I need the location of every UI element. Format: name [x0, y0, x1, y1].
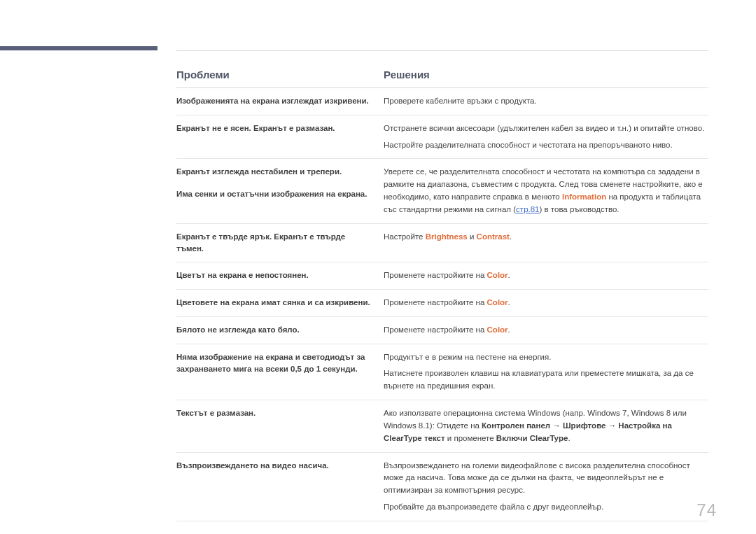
table-body: Изображенията на екрана изглеждат изкрив…: [176, 88, 708, 521]
solution-text-span: и: [468, 232, 477, 241]
table-row: Екранът изглежда нестабилен и трепери.Им…: [176, 159, 708, 223]
solution-text-span: Настройте: [384, 232, 426, 241]
solution-paragraph: Натиснете произволен клавиш на клавиатур…: [384, 367, 708, 393]
solution-paragraph: Настройте разделителната способност и че…: [384, 139, 708, 152]
page-reference-link[interactable]: стр.81: [516, 205, 539, 213]
solution-paragraph: Възпроизвеждането на големи видеофайлове…: [384, 460, 708, 497]
problem-cell: Цветът на екрана е непостоянен.: [176, 269, 384, 281]
solution-paragraph: Отстранете всички аксесоари (удължителен…: [384, 122, 708, 135]
problem-cell: Екранът не е ясен. Екранът е размазан.: [176, 122, 384, 134]
table-row: Цветът на екрана е непостоянен.Променете…: [176, 262, 708, 290]
problem-text: Има сенки и остатъчни изображения на екр…: [176, 188, 374, 200]
solution-text-span: .: [568, 434, 570, 442]
problem-cell: Изображенията на екрана изглеждат изкрив…: [176, 95, 384, 107]
problem-cell: Цветовете на екрана имат сянка и са изкр…: [176, 297, 384, 309]
problem-cell: Бялото не изглежда като бяло.: [176, 324, 384, 336]
header-problems: Проблеми: [176, 69, 384, 80]
solution-text-span: →: [550, 421, 563, 430]
solution-cell: Променете настройките на Color.: [384, 297, 708, 309]
table-row: Няма изображение на екрана и светодиодът…: [176, 344, 708, 400]
solution-cell: Уверете се, че разделителната способност…: [384, 166, 708, 216]
table-row: Екранът е твърде ярък. Екранът е твърде …: [176, 224, 708, 263]
solution-paragraph: Настройте Brightness и Contrast.: [384, 231, 708, 244]
solution-text-span: Променете настройките на: [384, 325, 487, 334]
solution-paragraph: Променете настройките на Color.: [384, 324, 708, 337]
table-row: Екранът не е ясен. Екранът е размазан.От…: [176, 115, 708, 160]
solution-text-span: .: [510, 232, 512, 241]
solution-text-span: .: [508, 325, 510, 334]
solution-text-span: Information: [562, 192, 606, 201]
content-area: Проблеми Решения Изображенията на екрана…: [176, 69, 708, 521]
solution-text-span: Contrast: [477, 232, 510, 241]
table-row: Текстът е размазан.Ако използвате операц…: [176, 400, 708, 452]
solution-text-span: Color: [487, 325, 508, 334]
solution-text-span: Color: [487, 271, 508, 279]
solution-paragraph: Проверете кабелните връзки с продукта.: [384, 95, 708, 108]
table-row: Възпроизвеждането на видео насича.Възпро…: [176, 453, 708, 521]
problem-cell: Текстът е размазан.: [176, 407, 384, 419]
solution-text-span: .: [508, 298, 510, 307]
solution-text-span: и променете: [445, 434, 496, 442]
table-header: Проблеми Решения: [176, 69, 708, 88]
page-root: Проблеми Решения Изображенията на екрана…: [0, 0, 756, 534]
solution-text-span: →: [606, 421, 618, 430]
solution-paragraph: Уверете се, че разделителната способност…: [384, 166, 708, 216]
solution-cell: Променете настройките на Color.: [384, 269, 708, 282]
problem-cell: Екранът изглежда нестабилен и трепери.Им…: [176, 166, 384, 200]
solution-cell: Настройте Brightness и Contrast.: [384, 231, 708, 244]
solution-text-span: ) в това ръководство.: [540, 205, 620, 213]
problem-cell: Няма изображение на екрана и светодиодът…: [176, 351, 384, 376]
solution-text-span: Шрифтове: [563, 421, 606, 430]
solution-text-span: Brightness: [426, 232, 468, 241]
solution-cell: Отстранете всички аксесоари (удължителен…: [384, 122, 708, 152]
solution-cell: Продуктът е в режим на пестене на енерги…: [384, 351, 708, 393]
table-row: Бялото не изглежда като бяло.Променете н…: [176, 317, 708, 344]
solution-cell: Проверете кабелните връзки с продукта.: [384, 95, 708, 108]
solution-paragraph: Ако използвате операционна система Windo…: [384, 407, 708, 444]
solution-cell: Променете настройките на Color.: [384, 324, 708, 337]
solution-text-span: Включи ClearType: [496, 434, 568, 442]
solution-paragraph: Продуктът е в режим на пестене на енерги…: [384, 351, 708, 364]
problem-cell: Възпроизвеждането на видео насича.: [176, 460, 384, 472]
accent-bar: [0, 46, 158, 50]
solution-cell: Ако използвате операционна система Windo…: [384, 407, 708, 444]
solution-text-span: Променете настройките на: [384, 298, 487, 307]
solution-paragraph: Пробвайте да възпроизведете файла с друг…: [384, 501, 708, 514]
solution-text-span: Контролен панел: [482, 421, 550, 430]
solution-text-span: Color: [487, 298, 508, 307]
top-horizontal-rule: [176, 50, 708, 51]
header-solutions: Решения: [384, 69, 708, 80]
solution-paragraph: Променете настройките на Color.: [384, 269, 708, 282]
problem-cell: Екранът е твърде ярък. Екранът е твърде …: [176, 231, 384, 255]
page-number: 74: [696, 500, 717, 520]
table-row: Изображенията на екрана изглеждат изкрив…: [176, 88, 708, 115]
solution-text-span: Променете настройките на: [384, 271, 487, 279]
problem-text: Екранът изглежда нестабилен и трепери.: [176, 166, 374, 178]
solution-paragraph: Променете настройките на Color.: [384, 297, 708, 309]
solution-cell: Възпроизвеждането на големи видеофайлове…: [384, 460, 708, 514]
table-row: Цветовете на екрана имат сянка и са изкр…: [176, 290, 708, 317]
solution-text-span: .: [508, 271, 510, 279]
